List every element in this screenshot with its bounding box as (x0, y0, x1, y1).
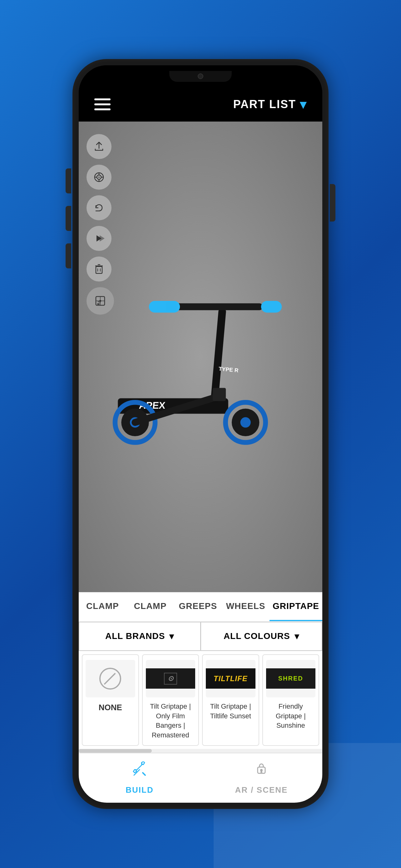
product-grid: NONE ⊙ Tilt Griptape | Only Film Bangers… (79, 651, 322, 749)
background: PART LIST ▾ APEX (0, 0, 401, 868)
griptape-tilt-brand: ⊙ (164, 673, 177, 685)
part-list-label: PART LIST (233, 98, 296, 111)
part-list-button[interactable]: PART LIST ▾ (233, 97, 307, 112)
svg-rect-35 (97, 303, 100, 305)
product-image-tilt-bangers: ⊙ (146, 660, 196, 698)
left-toolbar: kg (87, 134, 114, 315)
hamburger-line-2 (94, 103, 110, 105)
griptape-tiltlife-brand: TILTLIFE (213, 674, 248, 683)
product-name-tilt-bangers: Tilt Griptape | Only Film Bangers | Rema… (146, 702, 196, 740)
phone-screen: PART LIST ▾ APEX (79, 65, 322, 803)
product-card-none[interactable]: NONE (82, 654, 139, 746)
scooter-3d-view: APEX (79, 122, 322, 592)
svg-point-8 (240, 417, 250, 428)
forward-button[interactable] (87, 226, 111, 251)
griptape-tilt-bg: ⊙ (146, 668, 196, 689)
brands-filter-button[interactable]: ALL BRANDS ▾ (79, 622, 201, 651)
build-label: BUILD (126, 785, 153, 795)
scale-button[interactable]: kg (87, 287, 114, 315)
undo-button[interactable] (87, 195, 111, 220)
target-button[interactable] (87, 165, 111, 190)
tab-griptape[interactable]: GRIPTAPE (269, 592, 322, 621)
griptape-friendly-bg: SHRED (266, 668, 316, 689)
tab-greeps[interactable]: GREEPS (174, 592, 222, 621)
svg-rect-14 (213, 388, 226, 401)
svg-text:TYPE R: TYPE R (218, 366, 239, 374)
phone-frame: PART LIST ▾ APEX (72, 59, 329, 809)
nav-ar-scene[interactable]: AR / SCENE (201, 753, 322, 803)
share-button[interactable] (87, 134, 111, 159)
colours-chevron: ▾ (295, 631, 299, 642)
svg-marker-25 (100, 235, 105, 242)
scroll-thumb (79, 749, 152, 753)
tab-clamp2[interactable]: CLAMP (127, 592, 174, 621)
parts-tab-bar: CLAMP CLAMP GREEPS WHEELS GRIPTAPE (79, 592, 322, 621)
product-image-friendly-sunshine: SHRED (266, 660, 316, 698)
scooter-illustration: APEX (97, 157, 304, 557)
build-icon (132, 762, 148, 781)
svg-rect-13 (261, 301, 281, 313)
product-name-friendly-sunshine: Friendly Griptape | Sunshine (266, 702, 316, 731)
part-list-chevron: ▾ (300, 97, 307, 112)
svg-text:kg: kg (98, 300, 101, 303)
nav-build[interactable]: BUILD (79, 753, 201, 803)
product-card-tilt-sunset[interactable]: TILTLIFE Tilt Griptape | Tiltlife Sunset (202, 654, 259, 746)
filter-row: ALL BRANDS ▾ ALL COLOURS ▾ (79, 621, 322, 651)
product-image-none (86, 660, 135, 698)
notch-bar (79, 65, 322, 87)
brands-chevron: ▾ (169, 631, 174, 642)
griptape-tiltlife-img: TILTLIFE (206, 660, 256, 698)
svg-rect-16 (166, 302, 176, 311)
none-icon (99, 668, 121, 690)
scroll-indicator (79, 749, 322, 753)
tab-clamp1[interactable]: CLAMP (79, 592, 127, 621)
front-camera (198, 73, 203, 79)
scooter-viewport[interactable]: APEX (79, 122, 322, 592)
svg-line-37 (143, 773, 145, 775)
tab-wheels[interactable]: WHEELS (222, 592, 269, 621)
griptape-friendly-brand: SHRED (278, 675, 303, 682)
svg-point-39 (260, 769, 263, 771)
product-card-tilt-bangers[interactable]: ⊙ Tilt Griptape | Only Film Bangers | Re… (142, 654, 199, 746)
top-nav: PART LIST ▾ (79, 87, 322, 122)
svg-point-19 (98, 177, 100, 178)
svg-rect-11 (173, 303, 263, 310)
brands-filter-label: ALL BRANDS (105, 631, 165, 641)
svg-rect-40 (261, 771, 262, 773)
bottom-nav: BUILD AR / SCENE (79, 753, 322, 803)
product-card-friendly-sunshine[interactable]: SHRED Friendly Griptape | Sunshine (262, 654, 320, 746)
ar-icon (253, 762, 269, 781)
product-name-tilt-sunset: Tilt Griptape | Tiltlife Sunset (206, 702, 256, 721)
griptape-tilt-img: ⊙ (146, 660, 196, 698)
colours-filter-button[interactable]: ALL COLOURS ▾ (201, 622, 323, 651)
griptape-friendly-img: SHRED (266, 660, 316, 698)
ar-label: AR / SCENE (235, 785, 288, 795)
griptape-tiltlife-bg: TILTLIFE (206, 668, 256, 689)
hamburger-button[interactable] (94, 98, 110, 110)
product-image-tilt-sunset: TILTLIFE (206, 660, 256, 698)
svg-rect-26 (96, 267, 102, 273)
product-name-none: NONE (99, 702, 122, 713)
notch (169, 71, 232, 82)
delete-button[interactable] (87, 256, 111, 281)
hamburger-line-1 (94, 98, 110, 100)
colours-filter-label: ALL COLOURS (224, 631, 290, 641)
hamburger-line-3 (94, 108, 110, 110)
